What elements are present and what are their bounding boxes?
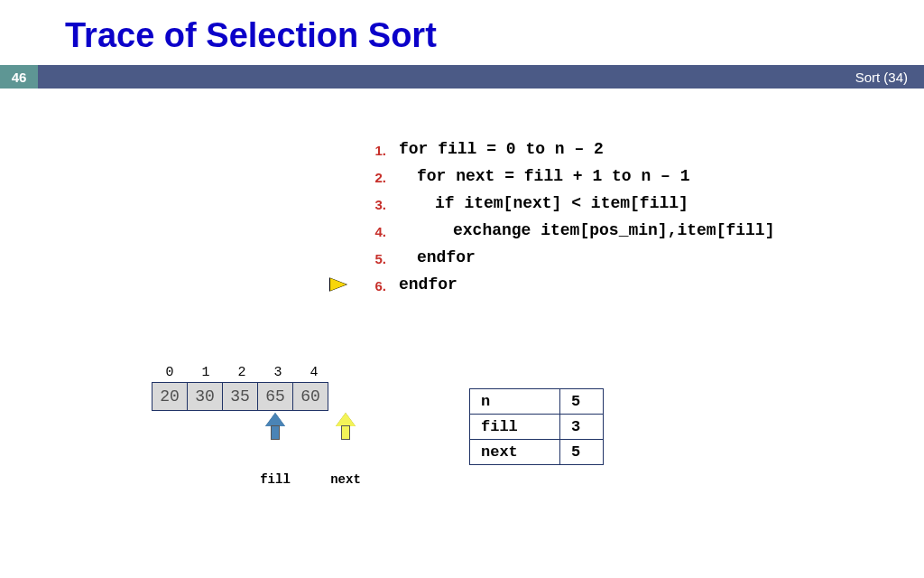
table-row: next5 <box>470 440 604 465</box>
code-line: 6.endfor <box>359 271 774 298</box>
pseudocode-block: 1.for fill = 0 to n – 22.for next = fill… <box>359 135 774 298</box>
array-cells: 2030356560 <box>152 382 332 411</box>
header-bar: Sort (34) <box>0 65 924 89</box>
code-line: 1.for fill = 0 to n – 2 <box>359 135 774 163</box>
table-row: fill3 <box>470 415 604 440</box>
arrow-up-icon <box>265 413 285 442</box>
array-index: 4 <box>296 365 332 380</box>
var-name: next <box>470 440 560 465</box>
line-number: 1. <box>359 137 386 164</box>
code-text: exchange item[pos_min],item[fill] <box>399 217 774 244</box>
variables-table: n5fill3next5 <box>469 388 604 465</box>
line-number: 3. <box>359 191 386 219</box>
slide-title: Trace of Selection Sort <box>65 16 437 55</box>
array-pointers: fillnext <box>152 411 332 463</box>
var-value: 5 <box>560 440 604 465</box>
var-name: n <box>470 389 560 415</box>
array-cell: 35 <box>222 382 258 411</box>
code-text: endfor <box>399 271 457 298</box>
code-line: 2.for next = fill + 1 to n – 1 <box>359 163 774 190</box>
next-pointer-label: next <box>328 472 364 487</box>
array-cell: 60 <box>292 382 328 411</box>
code-line: 4.exchange item[pos_min],item[fill] <box>359 217 774 244</box>
line-number: 4. <box>359 219 386 246</box>
line-number: 6. <box>359 273 386 300</box>
table-row: n5 <box>470 389 604 415</box>
code-text: endfor <box>399 244 476 271</box>
array-index: 0 <box>152 365 188 380</box>
array-cell: 20 <box>152 382 188 411</box>
footer-label: Sort (34) <box>855 70 908 85</box>
var-value: 5 <box>560 389 604 415</box>
fill-pointer: fill <box>257 413 293 487</box>
arrow-up-icon <box>336 413 356 442</box>
code-line: 5.endfor <box>359 244 774 271</box>
code-text: for next = fill + 1 to n – 1 <box>399 163 689 190</box>
line-number: 2. <box>359 164 386 191</box>
execution-pointer-icon <box>330 278 346 291</box>
array-visualization: 01234 2030356560 fillnext <box>152 365 332 463</box>
code-text: if item[next] < item[fill] <box>399 190 688 217</box>
line-number: 5. <box>359 246 386 273</box>
var-name: fill <box>470 415 560 440</box>
array-cell: 65 <box>257 382 293 411</box>
array-index: 1 <box>188 365 224 380</box>
array-indices: 01234 <box>152 365 332 380</box>
array-cell: 30 <box>187 382 223 411</box>
code-text: for fill = 0 to n – 2 <box>399 135 604 163</box>
array-index: 2 <box>224 365 260 380</box>
page-number-badge: 46 <box>0 65 38 89</box>
fill-pointer-label: fill <box>257 472 293 487</box>
code-line: 3.if item[next] < item[fill] <box>359 190 774 217</box>
var-value: 3 <box>560 415 604 440</box>
next-pointer: next <box>328 413 364 487</box>
array-index: 3 <box>260 365 296 380</box>
